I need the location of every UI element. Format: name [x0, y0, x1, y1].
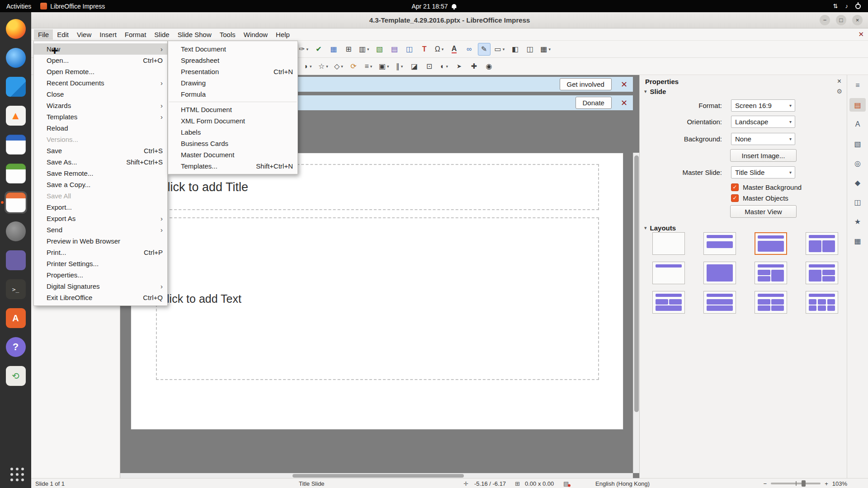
basic-shapes-button[interactable]: ▭▾	[493, 43, 507, 56]
master-slide-dropdown[interactable]: Title Slide ▾	[731, 166, 795, 178]
master-background-checkbox[interactable]: ✓ Master Background	[731, 183, 802, 192]
vertical-scrollbar-thumb[interactable]	[634, 155, 639, 412]
special-character-button[interactable]: Ω▾	[433, 43, 446, 56]
menu-item-html-document[interactable]: HTML Document	[168, 104, 297, 115]
dock-item-terminal[interactable]: >_	[5, 278, 27, 300]
layout-title-slide[interactable]	[703, 232, 736, 255]
callout-shapes-button[interactable]: ◗▾	[302, 60, 314, 73]
insert-image-button[interactable]: Insert Image...	[730, 149, 797, 162]
title-bar[interactable]: 4.3-Template_4.29.2016.pptx - LibreOffic…	[31, 12, 868, 28]
menu-item-close[interactable]: Close	[34, 89, 167, 100]
donate-button[interactable]: Donate	[576, 97, 612, 109]
layout-title-content-and-2-content[interactable]	[806, 262, 838, 284]
sidebar-tab-navigator-icon[interactable]: ◎	[849, 156, 866, 170]
infobar-close-icon[interactable]: ✕	[621, 98, 627, 108]
menubar-slide-show[interactable]: Slide Show	[174, 29, 216, 40]
layout-blank-slide[interactable]	[652, 232, 685, 255]
star-shapes-button[interactable]: ☆▾	[316, 60, 330, 73]
show-draw-functions-button[interactable]: ✎	[478, 43, 491, 56]
3d-objects-button[interactable]: ◇▾	[332, 60, 345, 73]
menu-item-open-remote[interactable]: Open Remote...	[34, 66, 167, 77]
menu-item-formula[interactable]: Formula	[168, 89, 297, 100]
menubar-view[interactable]: View	[73, 29, 95, 40]
menu-item-drawing[interactable]: Drawing	[168, 77, 297, 89]
layout-title-only[interactable]	[652, 262, 685, 284]
sidebar-tab-shapes-icon[interactable]: ◆	[849, 176, 866, 189]
menubar-window[interactable]: Window	[240, 29, 272, 40]
infobar-close-icon[interactable]: ✕	[621, 80, 627, 89]
get-involved-button[interactable]: Get involved	[560, 78, 612, 90]
crop-button[interactable]: ⊡	[423, 60, 436, 73]
menu-item-export-as[interactable]: Export As›	[34, 213, 167, 224]
menubar-tools[interactable]: Tools	[216, 29, 240, 40]
orientation-dropdown[interactable]: Landscape ▾	[731, 116, 795, 128]
menu-item-spreadsheet[interactable]: Spreadsheet	[168, 55, 297, 66]
dock-item-files[interactable]	[5, 249, 27, 272]
unsaved-changes-icon[interactable]: ▤	[563, 480, 569, 487]
insert-media-button[interactable]: ▤	[388, 43, 401, 56]
dock-item-calc[interactable]	[5, 162, 27, 185]
slide-section-header[interactable]: ▾ Slide ⚙	[640, 86, 847, 97]
current-app-indicator[interactable]: LibreOffice Impress	[40, 3, 105, 10]
dock-item-ubuntu-software[interactable]: A	[5, 307, 27, 329]
menu-item-save[interactable]: SaveCtrl+S	[34, 145, 167, 156]
align-objects-button[interactable]: ≡▾	[362, 60, 375, 73]
master-view-button[interactable]: Master View	[730, 205, 797, 218]
sidebar-tab-master-slides-icon[interactable]: ▦	[849, 234, 866, 248]
layouts-section-header[interactable]: ▾ Layouts	[640, 222, 847, 233]
menubar-help[interactable]: Help	[272, 29, 294, 40]
sidebar-tab-gallery-icon[interactable]: ▧	[849, 137, 866, 150]
sidebar-tab-styles-icon[interactable]: A	[849, 117, 866, 131]
layout-title-2-content-over-content[interactable]	[652, 291, 685, 314]
menu-item-send[interactable]: Send›	[34, 224, 167, 235]
menu-item-master-document[interactable]: Master Document	[168, 149, 297, 160]
sidebar-tab-sidebar-settings-icon[interactable]: ≡	[849, 79, 866, 92]
clone-formatting-button[interactable]: ✑▾	[297, 43, 310, 56]
insert-image-button[interactable]: ▧	[373, 43, 386, 56]
layout-centered-text[interactable]	[703, 262, 736, 284]
menu-item-text-document[interactable]: Text Document	[168, 43, 297, 55]
menu-item-exit-libreoffice[interactable]: Exit LibreOfficeCtrl+Q	[34, 292, 167, 303]
insert-textbox-button[interactable]: T	[418, 43, 431, 56]
horizontal-scrollbar[interactable]	[120, 473, 633, 478]
menu-item-save-a-copy[interactable]: Save a Copy...	[34, 179, 167, 190]
layout-title-and-2-content[interactable]	[806, 232, 838, 255]
sidebar-tab-slide-transition-icon[interactable]: ◫	[849, 195, 866, 209]
distribute-button[interactable]: ∥▾	[393, 60, 406, 73]
arrange-button[interactable]: ▣▾	[377, 60, 391, 73]
background-dropdown[interactable]: None ▾	[731, 133, 795, 145]
layout-title-4-content[interactable]	[755, 291, 787, 314]
activities-button[interactable]: Activities	[6, 3, 31, 10]
insert-table-button[interactable]: ▥▾	[357, 43, 371, 56]
zoom-slider-thumb[interactable]	[802, 480, 806, 487]
menubar-insert[interactable]: Insert	[95, 29, 121, 40]
master-slide-status[interactable]: Title Slide	[299, 480, 325, 487]
dock-item-vscode[interactable]	[5, 75, 27, 98]
clock-area[interactable]: Apr 21 18:57	[411, 3, 456, 10]
close-button[interactable]: ×	[852, 15, 863, 25]
menu-item-reload[interactable]: Reload	[34, 122, 167, 134]
image-filter-button[interactable]: ◐▾	[438, 60, 451, 73]
menu-item-open[interactable]: Open...Ctrl+O	[34, 55, 167, 66]
insert-chart-button[interactable]: ◫	[403, 43, 416, 56]
dock-item-gimp[interactable]	[5, 220, 27, 243]
zoom-level[interactable]: 103%	[832, 480, 847, 487]
hyperlink-button[interactable]: ∞	[463, 43, 476, 56]
menu-item-templates[interactable]: Templates...Shift+Ctrl+N	[168, 160, 297, 172]
layout-title-content-over-content[interactable]	[703, 291, 736, 314]
rotate-button[interactable]: ⟳	[347, 60, 360, 73]
slide-canvas[interactable]: Click to add Title Click to add Text	[131, 153, 623, 430]
select-button[interactable]: ➤	[453, 60, 466, 73]
format-dropdown[interactable]: Screen 16:9 ▾	[731, 99, 795, 112]
dock-item-help[interactable]: ?	[5, 336, 27, 358]
menu-item-recent-documents[interactable]: Recent Documents›	[34, 77, 167, 89]
menu-item-wizards[interactable]: Wizards›	[34, 100, 167, 111]
sidebar-tab-properties-icon[interactable]: ▤	[849, 98, 866, 112]
shadow-button[interactable]: ◪	[408, 60, 421, 73]
sidebar-close-icon[interactable]: ×	[837, 77, 841, 85]
dock-item-impress[interactable]	[5, 191, 27, 214]
horizontal-scrollbar-thumb[interactable]	[292, 474, 464, 478]
menu-item-templates[interactable]: Templates›	[34, 111, 167, 122]
display-grid-button[interactable]: ▦	[327, 43, 340, 56]
menu-item-save-as[interactable]: Save As...Shift+Ctrl+S	[34, 156, 167, 168]
